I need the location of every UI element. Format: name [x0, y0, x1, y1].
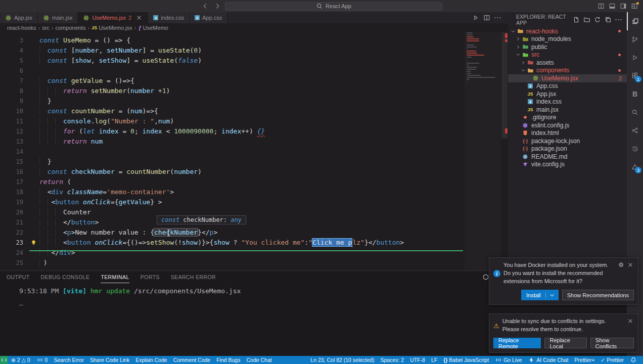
show-conflicts-button[interactable]: Show Conflicts — [590, 338, 634, 348]
breadcrumb-item[interactable]: JSUseMemo.jsx — [91, 25, 132, 31]
status-bell[interactable] — [627, 356, 640, 364]
code-line-18[interactable]: 18 <div className='memo-container'> — [0, 187, 508, 197]
run-debug-activity-button[interactable] — [627, 49, 643, 67]
install-button[interactable]: Install — [521, 290, 559, 300]
editor-scrollbar[interactable] — [501, 32, 508, 270]
history-activity-button[interactable] — [627, 140, 643, 158]
glyph-margin[interactable] — [23, 187, 39, 197]
glyph-margin[interactable] — [23, 76, 39, 86]
customize-layout-icon[interactable] — [630, 2, 639, 11]
status-lf[interactable]: LF — [428, 356, 440, 364]
tree-item-main.jsx[interactable]: JSmain.jsx — [508, 106, 627, 114]
status-find-bugs[interactable]: Find Bugs — [213, 356, 243, 364]
split-editor-icon[interactable] — [596, 2, 606, 11]
replace-remote-button[interactable]: Replace Remote — [493, 338, 541, 348]
status-search-error[interactable]: Search Error — [51, 356, 87, 364]
more-icon[interactable]: ··· — [615, 16, 623, 23]
status-spaces-2[interactable]: Spaces: 2 — [377, 356, 407, 364]
code-line-17[interactable]: 17return ( — [0, 177, 508, 187]
tree-item-usememo.jsx[interactable]: UseMemo.jsx2 — [508, 74, 627, 82]
code-line-6[interactable]: 6 — [0, 66, 508, 76]
breadcrumb-item[interactable]: react-hooks — [7, 25, 36, 31]
remote-indicator[interactable] — [0, 356, 8, 364]
breadcrumb-item[interactable]: ƒUseMemo — [138, 25, 168, 31]
close-icon[interactable] — [627, 261, 634, 268]
command-center-search[interactable]: React App — [225, 2, 442, 11]
tree-item-react-hooks[interactable]: react-hooks — [508, 27, 627, 35]
code-line-21[interactable]: 21 </button> — [0, 217, 508, 228]
chevron-down-icon[interactable] — [546, 292, 558, 299]
status-go-live[interactable]: Go Live — [492, 356, 525, 364]
sidebar-right-icon[interactable] — [619, 2, 628, 11]
code-line-22[interactable]: 22 <p>New number value : {checkNumber}</… — [0, 228, 508, 238]
minimap[interactable] — [465, 32, 501, 270]
tree-item-.gitignore[interactable]: .gitignore — [508, 114, 627, 122]
ports-status[interactable]: 0 — [33, 356, 51, 364]
tree-item-public[interactable]: public — [508, 43, 627, 51]
code-line-11[interactable]: 11 console.log("Number : ",num) — [0, 116, 508, 126]
more-icon[interactable]: ··· — [494, 15, 502, 21]
code-line-3[interactable]: 3const UseMemo = () => { — [0, 35, 508, 46]
glyph-margin[interactable] — [23, 126, 39, 136]
replace-local-button[interactable]: Replace Local — [544, 338, 586, 348]
references-activity-button[interactable] — [627, 121, 643, 140]
new-folder-icon[interactable] — [583, 16, 590, 23]
back-button[interactable] — [201, 2, 210, 11]
source-control-activity-button[interactable] — [627, 30, 643, 49]
tree-item-src[interactable]: src — [508, 51, 627, 59]
tree-item-assets[interactable]: assets — [508, 59, 627, 67]
tree-item-package.json[interactable]: {·}package.json — [508, 145, 627, 153]
glyph-margin[interactable] — [23, 46, 39, 56]
glyph-margin[interactable] — [23, 35, 39, 46]
alert-activity-button[interactable]: 3 — [627, 158, 643, 176]
gear-icon[interactable]: ⚙ — [618, 261, 624, 268]
code-line-10[interactable]: 10 const countNumber = (num)=>{ — [0, 106, 508, 116]
close-icon[interactable] — [135, 14, 143, 21]
glyph-margin[interactable] — [23, 207, 39, 217]
code-line-24[interactable]: 24 </div> — [0, 248, 508, 258]
extensions-activity-button[interactable]: 1 — [627, 67, 643, 85]
tree-item-app.jsx[interactable]: JSApp.jsx — [508, 90, 627, 98]
code-line-12[interactable]: 12 for (let index = 0; index < 100009000… — [0, 126, 508, 136]
glyph-margin[interactable] — [23, 147, 39, 157]
glyph-margin[interactable] — [23, 248, 39, 258]
code-line-20[interactable]: 20 Counter — [0, 207, 508, 217]
panel-tab-ports[interactable]: PORTS — [141, 271, 160, 283]
glyph-margin[interactable] — [23, 136, 39, 147]
breadcrumb-item[interactable]: components — [56, 25, 86, 31]
tree-item-components[interactable]: components — [508, 67, 627, 75]
run-icon[interactable] — [472, 14, 479, 21]
tree-item-index.css[interactable]: 3index.css — [508, 98, 627, 106]
tree-item-app.css[interactable]: 3App.css — [508, 82, 627, 90]
code-line-15[interactable]: 15 } — [0, 157, 508, 167]
code-line-8[interactable]: 8 return setNumber(number +1) — [0, 86, 508, 96]
tree-item-index.html[interactable]: index.html — [508, 129, 627, 138]
forward-button[interactable] — [213, 2, 222, 11]
code-editor[interactable]: 3const UseMemo = () => {4 const [number,… — [0, 32, 508, 270]
status-code-chat[interactable]: Code Chat — [243, 356, 274, 364]
glyph-margin[interactable] — [23, 167, 39, 177]
glyph-margin[interactable] — [23, 157, 39, 167]
code-line-19[interactable]: 19 <button onClick={getValue} > — [0, 197, 508, 207]
problems-status[interactable]: ⊗2△0 — [8, 356, 33, 364]
code-line-5[interactable]: 5 const [show, setShow] = useState(false… — [0, 56, 508, 66]
new-file-icon[interactable] — [573, 16, 580, 23]
tab-app.css[interactable]: 3App.css — [190, 12, 227, 23]
glyph-margin[interactable] — [23, 177, 39, 187]
status-prettier[interactable]: ✓Prettier — [598, 356, 627, 364]
scrollbar-slider[interactable] — [501, 32, 508, 139]
status-prettier-[interactable]: Prettier+ — [571, 356, 598, 364]
explorer-activity-button[interactable] — [627, 12, 643, 30]
status-ln-23-col-82-10-selected-[interactable]: Ln 23, Col 82 (10 selected) — [307, 356, 377, 364]
panel-tab-terminal[interactable]: TERMINAL — [101, 271, 129, 283]
letter-b-activity-button[interactable]: B — [627, 85, 643, 103]
glyph-margin[interactable] — [23, 197, 39, 207]
status-explain-code[interactable]: Explain Code — [132, 356, 170, 364]
glyph-margin[interactable] — [23, 217, 39, 228]
show-recommendations-button[interactable]: Show Recommendations — [562, 290, 634, 300]
breadcrumb-item[interactable]: src — [42, 25, 50, 31]
tab-app.jsx[interactable]: App.jsx — [0, 12, 38, 23]
status-comment-code[interactable]: Comment Code — [170, 356, 214, 364]
collapse-all-icon[interactable] — [605, 16, 612, 23]
code-line-13[interactable]: 13 return num — [0, 136, 508, 147]
